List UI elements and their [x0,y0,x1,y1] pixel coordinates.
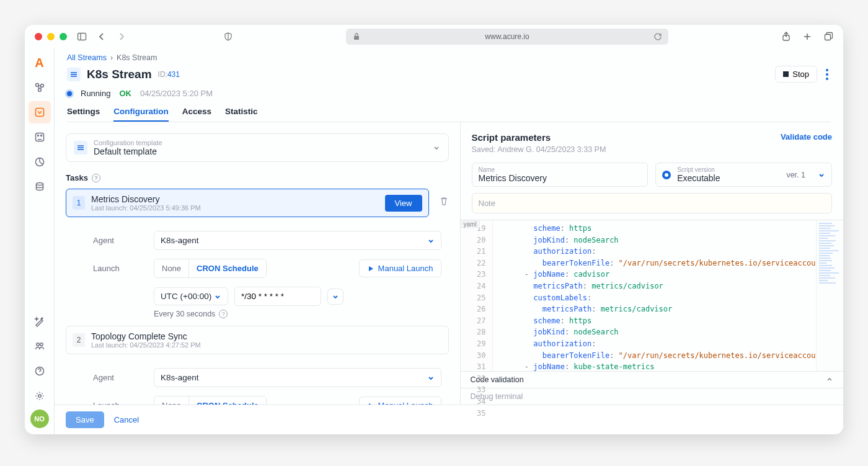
status-state: Running [81,89,110,98]
share-icon[interactable] [781,32,791,42]
svg-point-14 [36,343,38,346]
view-button[interactable]: View [385,195,422,212]
svg-rect-2 [354,36,359,40]
app-logo[interactable]: A [31,52,47,74]
manual-launch-button[interactable]: Manual Launch [359,397,441,405]
task-2-body: Agent K8s-agent Launch None CRON Schedul… [66,364,449,405]
task-card-2[interactable]: 2 Topology Complete Sync Last launch: 04… [66,326,449,354]
script-name-input[interactable]: Name Metrics Discovery [472,163,649,187]
save-button[interactable]: Save [66,411,104,428]
chevron-up-icon [826,376,833,383]
radio-icon [662,171,671,179]
task-number: 1 [73,196,85,210]
sidebar-item-streams[interactable] [29,101,51,123]
sidebar-item-graph[interactable] [29,76,51,99]
manual-launch-button[interactable]: Manual Launch [359,259,441,277]
tz-select[interactable]: UTC (+00:00) [154,287,228,305]
script-version-select[interactable]: Script version Executable ver. 1 [655,163,832,187]
more-menu-icon[interactable] [823,66,831,83]
tab-settings[interactable]: Settings [67,107,100,122]
svg-point-11 [40,135,42,137]
template-icon [74,141,87,155]
reload-icon[interactable] [653,32,662,41]
code-footer: Code validation Debug terminal [461,371,844,405]
avatar[interactable]: NO [30,410,49,428]
content: All Streams › K8s Stream K8s Stream ID:4… [55,48,843,434]
chevron-down-icon [427,374,435,382]
chevron-down-icon [427,237,435,244]
agent-label: Agent [93,373,145,382]
code-validation-toggle[interactable]: Code validation [461,372,844,388]
cancel-button[interactable]: Cancel [114,415,139,424]
svg-point-13 [36,183,43,186]
template-value: Default template [94,146,426,156]
new-tab-icon[interactable] [802,32,812,42]
tab-access[interactable]: Access [182,107,211,122]
minimize-window-icon[interactable] [47,33,55,40]
task-number: 2 [73,333,85,347]
task-card-1: 1 Metrics Discovery Last launch: 04/25/2… [66,189,429,217]
tab-configuration[interactable]: Configuration [113,107,168,122]
svg-rect-0 [78,34,86,40]
launch-mode-toggle: None CRON Schedule [154,396,267,405]
svg-point-5 [35,84,38,87]
breadcrumb-root[interactable]: All Streams [67,53,107,62]
breadcrumb: All Streams › K8s Stream [67,53,831,62]
script-pane: Script parameters Saved: Andrew G. 04/25… [461,122,844,405]
sidebar-item-settings[interactable] [29,385,51,407]
window-traffic-lights [35,33,67,40]
code-content[interactable]: scheme: https jobKind: nodeSearch author… [493,220,817,371]
sidebar-item-db[interactable] [29,176,51,198]
svg-point-17 [38,395,41,398]
svg-rect-4 [825,35,831,40]
shield-icon[interactable] [223,32,233,42]
help-icon[interactable]: ? [219,310,228,318]
script-saved: Saved: Andrew G. 04/25/2023 3:33 PM [472,145,606,154]
chevron-down-icon [818,171,825,179]
cron-dropdown[interactable] [327,289,343,305]
chevron-down-icon [332,293,339,300]
url-bar[interactable]: www.acure.io [346,29,668,45]
debug-terminal-toggle[interactable]: Debug terminal [461,388,844,405]
app-sidebar: A NO [25,48,55,434]
chevron-down-icon [432,143,441,152]
validate-code-button[interactable]: Validate code [781,132,832,141]
nav-back-icon[interactable] [97,32,107,42]
svg-point-15 [40,343,42,346]
task-title: Metrics Discovery [91,194,201,204]
svg-point-10 [37,135,38,137]
launch-cron[interactable]: CRON Schedule [188,397,266,405]
svg-rect-9 [35,133,43,141]
lock-icon [352,32,361,41]
browser-icons-right [781,32,833,42]
page-header: All Streams › K8s Stream K8s Stream ID:4… [55,48,843,122]
agent-select[interactable]: K8s-agent [154,231,441,250]
sidebar-item-help[interactable] [29,360,51,382]
app-frame: A NO All Streams › K8s Stream [25,48,843,434]
help-icon[interactable]: ? [92,174,100,182]
tabs-overview-icon[interactable] [823,32,833,42]
sidebar-item-analytics[interactable] [29,151,51,173]
delete-task-icon[interactable] [439,189,449,206]
cron-input[interactable] [234,287,321,306]
agent-select[interactable]: K8s-agent [154,368,441,387]
page-tabs: Settings Configuration Access Statistic [67,107,831,122]
stop-button[interactable]: Stop [775,66,817,83]
launch-none[interactable]: None [154,259,188,277]
code-editor[interactable]: yaml 1920212223242526272829303132333435 … [461,220,844,371]
note-input[interactable]: Note [472,193,833,213]
template-select[interactable]: Configuration template Default template [66,133,449,162]
status-health: OK [119,89,131,98]
sidebar-item-wizard[interactable] [29,310,51,333]
agent-label: Agent [93,236,145,245]
sidebar-toggle-icon[interactable] [77,32,87,42]
sidebar-item-dashboards[interactable] [29,126,51,148]
nav-forward-icon[interactable] [117,32,126,42]
tab-statistic[interactable]: Statistic [225,107,258,122]
maximize-window-icon[interactable] [60,33,67,40]
minimap[interactable] [816,220,843,371]
sidebar-item-users[interactable] [29,335,51,357]
close-window-icon[interactable] [35,33,42,40]
launch-none[interactable]: None [154,397,188,405]
launch-cron[interactable]: CRON Schedule [188,259,266,277]
